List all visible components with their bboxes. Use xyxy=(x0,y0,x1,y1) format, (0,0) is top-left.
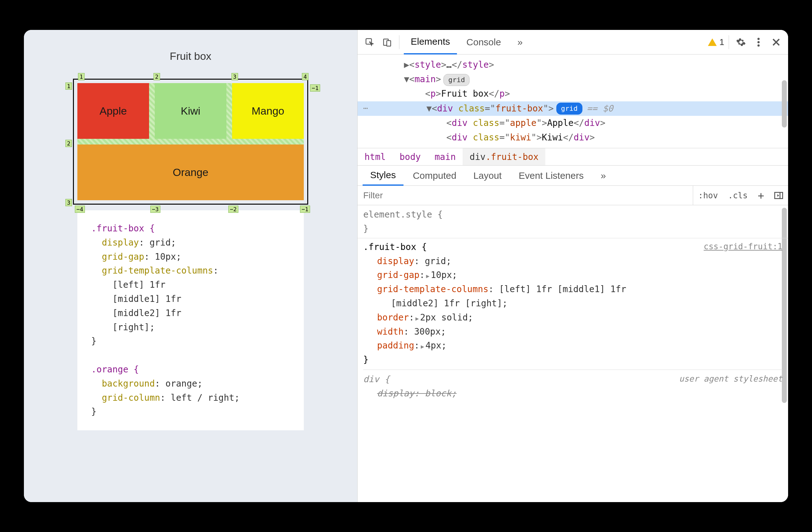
grid-cell-kiwi: Kiwi xyxy=(155,83,227,139)
grid-line-badge: −2 xyxy=(228,206,238,213)
grid-line-badge: 2 xyxy=(154,73,160,80)
expand-shorthand-icon[interactable]: ▶ xyxy=(421,342,424,351)
breadcrumb: html body main div.fruit-box xyxy=(358,148,788,166)
devtools-panel: Elements Console » 1 ▶<style>…</style> xyxy=(357,30,788,502)
svg-point-5 xyxy=(758,44,760,46)
new-rule-button[interactable]: + xyxy=(753,186,769,205)
crumb-fruitbox[interactable]: div.fruit-box xyxy=(463,148,545,165)
expand-shorthand-icon[interactable]: ▶ xyxy=(416,314,419,323)
dom-node-apple[interactable]: <div class="apple">Apple</div> xyxy=(358,116,788,130)
warnings-badge[interactable]: 1 xyxy=(708,37,724,47)
devtools-window: Fruit box Apple Kiwi Mango Orange 1 2 3 … xyxy=(24,30,788,502)
crumb-body[interactable]: body xyxy=(392,152,427,162)
page-title: Fruit box xyxy=(170,50,211,62)
rule-fruit-box[interactable]: css-grid-fruit:1 .fruit-box { display: g… xyxy=(363,240,782,367)
svg-point-4 xyxy=(758,41,760,43)
page-preview-panel: Fruit box Apple Kiwi Mango Orange 1 2 3 … xyxy=(24,30,357,502)
grid-line-badge: 4 xyxy=(302,73,308,80)
rule-source-link[interactable]: css-grid-fruit:1 xyxy=(704,240,782,253)
grid-line-badge: 1 xyxy=(78,73,85,80)
grid-line-badge: 1 xyxy=(66,83,72,90)
device-toggle-icon[interactable] xyxy=(380,34,395,50)
dom-node-style[interactable]: ▶<style>…</style> xyxy=(358,58,788,72)
subtab-styles[interactable]: Styles xyxy=(363,166,404,186)
grid-line-badge: 3 xyxy=(66,199,72,206)
grid-badge[interactable]: grid xyxy=(444,74,469,86)
dom-node-p[interactable]: <p>Fruit box</p> xyxy=(358,87,788,101)
fruit-box-grid: Apple Kiwi Mango Orange xyxy=(77,83,304,200)
kebab-menu-icon[interactable] xyxy=(751,34,766,50)
tab-elements[interactable]: Elements xyxy=(404,30,457,54)
hov-toggle[interactable]: :hov xyxy=(693,186,723,205)
grid-overlay: Apple Kiwi Mango Orange 1 2 3 4 −1 1 2 3… xyxy=(68,74,313,210)
crumb-html[interactable]: html xyxy=(358,152,392,162)
tab-more[interactable]: » xyxy=(510,30,530,54)
crumb-main[interactable]: main xyxy=(428,152,463,162)
rule-source-ua: user agent stylesheet xyxy=(679,373,782,386)
grid-badge-active[interactable]: grid xyxy=(556,103,582,115)
close-icon[interactable] xyxy=(769,34,784,50)
grid-cell-mango: Mango xyxy=(232,83,304,139)
expand-shorthand-icon[interactable]: ▶ xyxy=(426,272,430,281)
dom-node-main[interactable]: ▼<main>grid xyxy=(358,72,788,87)
subtab-computed[interactable]: Computed xyxy=(405,166,464,186)
inspect-element-icon[interactable] xyxy=(362,34,377,50)
grid-line-badge: −1 xyxy=(300,206,310,213)
subtab-events[interactable]: Event Listeners xyxy=(511,166,591,186)
styles-filter-input[interactable] xyxy=(358,186,693,205)
dom-node-fruitbox-selected[interactable]: ⋯ ▼<div class="fruit-box">grid== $0 xyxy=(358,101,788,116)
styles-pane[interactable]: element.style { } css-grid-fruit:1 .frui… xyxy=(358,205,788,502)
grid-line-badge: −1 xyxy=(310,84,320,92)
devtools-toolbar: Elements Console » 1 xyxy=(358,30,788,54)
tab-console[interactable]: Console xyxy=(460,30,508,54)
grid-line-badge: −4 xyxy=(75,206,85,213)
grid-line-badge: −3 xyxy=(150,206,160,213)
svg-point-3 xyxy=(758,38,760,40)
subtab-more[interactable]: » xyxy=(593,166,613,186)
grid-cell-orange: Orange xyxy=(77,144,304,200)
css-source-snippet: .fruit-box { display: grid; grid-gap: 10… xyxy=(77,210,304,430)
dom-node-kiwi[interactable]: <div class="kiwi">Kiwi</div> xyxy=(358,130,788,145)
sidebar-toggle-icon[interactable] xyxy=(769,186,788,205)
warning-icon xyxy=(708,38,717,46)
rule-element-style[interactable]: element.style { } xyxy=(363,208,782,236)
grid-line-badge: 3 xyxy=(231,73,238,80)
scrollbar-thumb[interactable] xyxy=(782,80,787,127)
dom-tree[interactable]: ▶<style>…</style> ▼<main>grid <p>Fruit b… xyxy=(358,54,788,148)
rule-user-agent: user agent stylesheet div { display: blo… xyxy=(363,369,782,401)
cls-toggle[interactable]: .cls xyxy=(723,186,753,205)
gear-icon[interactable] xyxy=(734,34,749,50)
grid-cell-apple: Apple xyxy=(77,83,149,139)
styles-subtabs: Styles Computed Layout Event Listeners » xyxy=(358,166,788,186)
styles-filter-bar: :hov .cls + xyxy=(358,186,788,205)
grid-line-badge: 2 xyxy=(66,140,72,147)
svg-rect-2 xyxy=(387,41,391,46)
subtab-layout[interactable]: Layout xyxy=(466,166,509,186)
